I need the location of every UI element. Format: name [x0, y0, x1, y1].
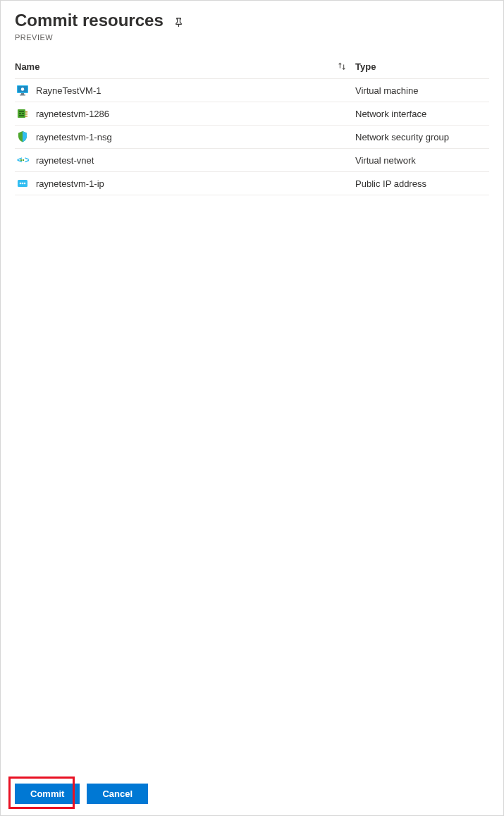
svg-text:>: > [25, 154, 29, 165]
cell-type: Network interface [355, 107, 489, 120]
cell-type: Network security group [355, 130, 489, 143]
page-title: Commit resources [15, 11, 164, 30]
page-header: Commit resources [1, 1, 503, 33]
svg-rect-8 [19, 113, 21, 114]
svg-point-20 [22, 183, 24, 185]
table-row[interactable]: raynetestvm-1-nsgNetwork security group [15, 126, 489, 149]
svg-point-19 [20, 183, 22, 185]
svg-rect-12 [25, 114, 27, 115]
svg-rect-13 [25, 116, 27, 117]
nic-icon [16, 107, 29, 120]
svg-point-21 [24, 183, 26, 185]
svg-rect-5 [20, 95, 25, 96]
column-header-type[interactable]: Type [355, 60, 489, 73]
cell-name: <>raynetest-vnet [15, 154, 355, 166]
cell-name: RayneTestVM-1 [15, 84, 355, 97]
table-row[interactable]: raynetestvm-1-ipPublic IP address [15, 172, 489, 195]
cancel-button[interactable]: Cancel [87, 784, 148, 804]
svg-point-15 [20, 159, 22, 161]
svg-point-3 [21, 87, 24, 90]
svg-point-16 [23, 159, 24, 161]
nsg-icon [16, 130, 29, 143]
svg-rect-6 [18, 109, 25, 118]
resource-name: raynetestvm-1286 [36, 109, 109, 119]
vm-icon [16, 84, 29, 97]
resources-table: Name Type RayneTestVM-1Virtual machinera… [1, 54, 503, 772]
resource-type: Virtual network [355, 155, 416, 166]
table-row[interactable]: <>raynetest-vnetVirtual network [15, 149, 489, 172]
resource-type: Virtual machine [355, 85, 418, 96]
cell-type: Virtual machine [355, 84, 489, 97]
commit-button[interactable]: Commit [15, 784, 80, 804]
cell-type: Public IP address [355, 177, 489, 190]
svg-rect-7 [19, 111, 24, 112]
type-header-label: Type [355, 61, 376, 72]
resource-name: RayneTestVM-1 [36, 85, 101, 96]
preview-badge: PREVIEW [1, 33, 503, 54]
vnet-icon: <> [16, 154, 29, 166]
svg-rect-11 [25, 111, 27, 113]
ip-icon [16, 177, 29, 190]
cell-name: raynetestvm-1-ip [15, 177, 355, 190]
footer-actions: Commit Cancel [1, 772, 503, 815]
resource-type: Public IP address [355, 178, 426, 189]
table-row[interactable]: RayneTestVM-1Virtual machine [15, 79, 489, 102]
resource-name: raynetestvm-1-nsg [36, 132, 112, 142]
table-row[interactable]: raynetestvm-1286Network interface [15, 102, 489, 126]
table-header-row: Name Type [15, 54, 489, 79]
resource-name: raynetest-vnet [36, 155, 94, 166]
resource-type: Network security group [355, 132, 449, 142]
svg-rect-10 [19, 115, 24, 116]
name-header-label: Name [15, 61, 39, 72]
sort-icon[interactable] [337, 61, 347, 71]
pin-icon[interactable] [173, 16, 185, 28]
cell-name: raynetestvm-1-nsg [15, 130, 355, 143]
cell-name: raynetestvm-1286 [15, 107, 355, 120]
resource-name: raynetestvm-1-ip [36, 178, 104, 189]
resource-type: Network interface [355, 109, 426, 119]
column-header-name[interactable]: Name [15, 60, 355, 73]
svg-rect-9 [22, 113, 24, 114]
cell-type: Virtual network [355, 154, 489, 166]
svg-rect-4 [21, 93, 24, 95]
